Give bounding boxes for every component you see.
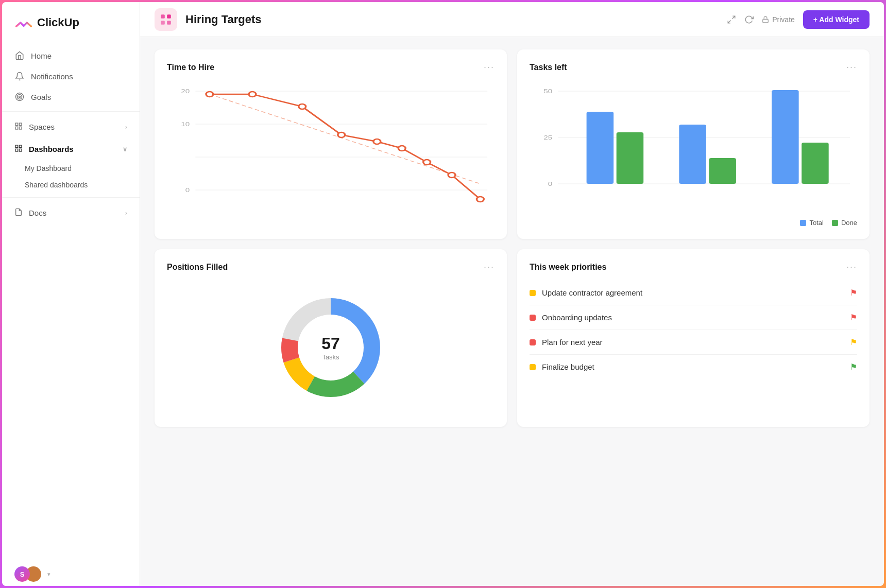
clickup-logo-icon — [14, 13, 33, 32]
lock-icon — [762, 16, 769, 23]
svg-text:50: 50 — [543, 88, 552, 94]
sidebar-section-spaces[interactable]: Spaces › — [2, 116, 140, 138]
legend-done: Done — [832, 219, 857, 227]
svg-rect-14 — [161, 21, 165, 25]
svg-text:20: 20 — [181, 88, 190, 94]
sidebar-footer[interactable]: S ▾ — [2, 558, 140, 586]
svg-rect-3 — [15, 123, 18, 126]
page-header: Hiring Targets Private + Add Widget — [140, 2, 884, 37]
dashboards-label: Dashboards — [29, 145, 74, 153]
logo-text: ClickUp — [37, 16, 79, 29]
tasks-left-title: Tasks left — [530, 63, 567, 72]
svg-rect-9 — [19, 149, 22, 151]
add-widget-button[interactable]: + Add Widget — [803, 10, 870, 29]
tasks-left-svg: 50 25 0 — [530, 81, 857, 215]
priority-flag-2: ⚑ — [850, 313, 857, 322]
svg-rect-43 — [772, 90, 799, 184]
priority-text-2: Onboarding updates — [542, 313, 844, 322]
total-label: Total — [809, 219, 823, 227]
widgets-grid: Time to Hire ··· 20 10 — [155, 49, 870, 427]
dashboards-chevron-icon: ∨ — [123, 146, 127, 153]
svg-rect-6 — [15, 127, 18, 129]
home-label: Home — [31, 51, 52, 60]
sidebar-item-shared-dashboards[interactable]: Shared dashboards — [2, 177, 140, 193]
divider — [2, 111, 140, 112]
docs-icon — [14, 208, 23, 218]
svg-point-28 — [373, 139, 381, 144]
chart-legend: Total Done — [530, 219, 857, 227]
sidebar-item-home[interactable]: Home — [2, 45, 140, 66]
svg-point-24 — [206, 92, 213, 97]
sidebar-item-goals[interactable]: Goals — [2, 87, 140, 107]
done-label: Done — [841, 219, 857, 227]
time-to-hire-menu[interactable]: ··· — [484, 62, 495, 73]
sidebar-section-dashboards[interactable]: Dashboards ∨ — [2, 138, 140, 160]
svg-point-1 — [18, 95, 22, 99]
refresh-button[interactable] — [744, 15, 754, 24]
sidebar-section-docs[interactable]: Docs › — [2, 202, 140, 224]
priorities-list: Update contractor agreement ⚑ Onboarding… — [530, 281, 857, 379]
priority-text-4: Finalize budget — [542, 362, 844, 371]
svg-point-31 — [448, 172, 455, 178]
tasks-left-chart: 50 25 0 — [530, 81, 857, 215]
svg-rect-13 — [167, 21, 171, 25]
expand-button[interactable] — [727, 15, 736, 24]
donut-number: 57 — [321, 334, 340, 353]
positions-menu[interactable]: ··· — [484, 262, 495, 272]
priorities-menu[interactable]: ··· — [846, 262, 857, 272]
widget-header-priorities: This week priorities ··· — [530, 262, 857, 272]
svg-text:25: 25 — [543, 134, 552, 141]
user-initial-avatar: S — [14, 566, 30, 582]
svg-text:10: 10 — [181, 121, 190, 127]
svg-text:0: 0 — [185, 187, 190, 193]
svg-rect-42 — [709, 158, 736, 184]
priority-flag-1: ⚑ — [850, 288, 857, 298]
donut-label: Tasks — [321, 353, 340, 361]
priorities-widget: This week priorities ··· Update contract… — [517, 249, 870, 427]
svg-point-32 — [476, 197, 484, 202]
notifications-label: Notifications — [31, 72, 73, 81]
priority-item-1: Update contractor agreement ⚑ — [530, 281, 857, 305]
sidebar-item-my-dashboard[interactable]: My Dashboard — [2, 160, 140, 177]
tasks-left-widget: Tasks left ··· 50 25 0 — [517, 49, 870, 239]
svg-rect-39 — [587, 112, 614, 184]
header-actions: Private + Add Widget — [727, 10, 870, 29]
priority-item-3: Plan for next year ⚑ — [530, 330, 857, 355]
tasks-left-menu[interactable]: ··· — [846, 62, 857, 73]
donut-chart-area: 57 Tasks — [167, 281, 495, 414]
priority-flag-3: ⚑ — [850, 337, 857, 347]
logo[interactable]: ClickUp — [2, 2, 140, 41]
positions-filled-title: Positions Filled — [167, 263, 228, 272]
priority-item-2: Onboarding updates ⚑ — [530, 305, 857, 330]
time-to-hire-chart: 20 10 0 — [167, 81, 495, 215]
svg-point-27 — [338, 132, 345, 137]
svg-rect-10 — [15, 149, 18, 151]
private-text: Private — [772, 15, 795, 24]
docs-chevron-icon: › — [125, 210, 127, 217]
home-icon — [14, 50, 25, 61]
svg-line-23 — [210, 94, 480, 184]
footer-chevron-icon: ▾ — [47, 571, 50, 578]
svg-rect-7 — [15, 145, 18, 148]
dashboards-icon — [14, 144, 23, 154]
spaces-chevron-icon: › — [125, 124, 127, 131]
total-dot — [800, 220, 806, 226]
svg-rect-5 — [19, 127, 22, 129]
svg-point-2 — [19, 96, 21, 98]
user-avatar-stack: S — [14, 566, 41, 582]
svg-rect-40 — [617, 132, 644, 184]
goals-label: Goals — [31, 93, 51, 101]
donut-center: 57 Tasks — [321, 334, 340, 361]
svg-rect-15 — [763, 19, 769, 22]
sidebar-item-notifications[interactable]: Notifications — [2, 66, 140, 87]
sidebar-navigation: Home Notifications Goals — [2, 41, 140, 558]
priority-dot-3 — [530, 339, 536, 345]
time-to-hire-widget: Time to Hire ··· 20 10 — [155, 49, 507, 239]
dashboard-area: Time to Hire ··· 20 10 — [140, 37, 884, 586]
widget-header: Time to Hire ··· — [167, 62, 495, 73]
done-dot — [832, 220, 838, 226]
priority-text-3: Plan for next year — [542, 338, 844, 347]
docs-label: Docs — [29, 209, 46, 217]
priority-flag-4: ⚑ — [850, 362, 857, 372]
spaces-icon — [14, 122, 23, 132]
